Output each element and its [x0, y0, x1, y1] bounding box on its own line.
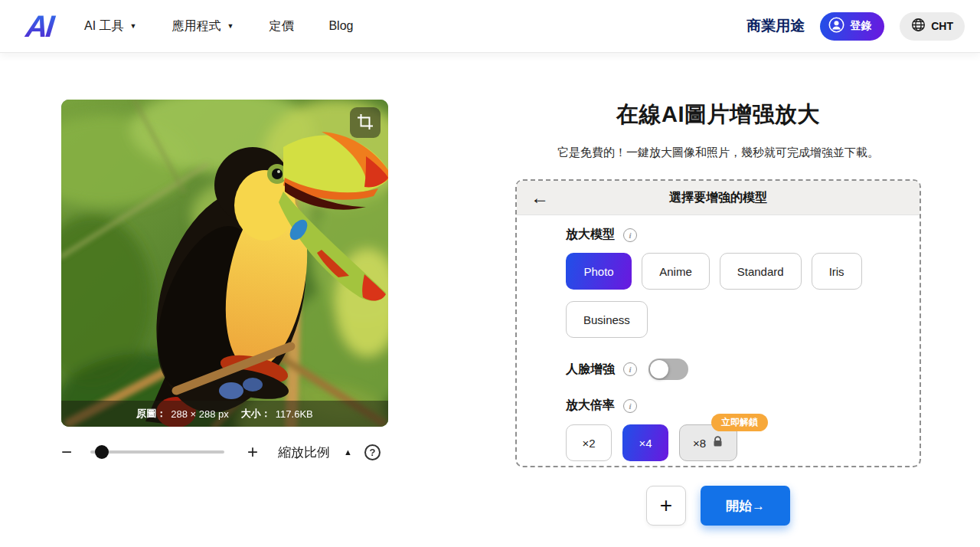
nav-label: Blog [328, 19, 353, 33]
scale-section-header: 放大倍率 i [566, 398, 904, 414]
help-icon[interactable]: ? [364, 444, 381, 460]
lock-icon [712, 436, 724, 450]
model-button-business[interactable]: Business [566, 301, 648, 338]
slider-knob[interactable] [95, 445, 109, 459]
model-buttons-row-1: Photo Anime Standard Iris [566, 253, 904, 290]
scale-button-4x[interactable]: ×4 [622, 424, 668, 461]
add-image-button[interactable]: + [646, 486, 686, 526]
model-button-standard[interactable]: Standard [720, 253, 802, 290]
main-nav: AI 工具 ▼ 應用程式 ▼ 定價 Blog [84, 18, 353, 34]
nav-item-apps[interactable]: 應用程式 ▼ [172, 18, 234, 34]
info-icon[interactable]: i [623, 362, 637, 376]
panel-header: 選擇要增強的模型 ← [517, 181, 920, 215]
crop-button[interactable] [350, 107, 381, 138]
unlock-now-badge[interactable]: 立即解鎖 [711, 414, 768, 431]
panel-body: 放大模型 i Photo Anime Standard Iris Busines… [517, 215, 920, 461]
language-button[interactable]: CHT [900, 12, 965, 41]
page: AI AI 工具 ▼ 應用程式 ▼ 定價 Blog 商業用途 [0, 0, 980, 547]
page-subtitle: 它是免費的！一鍵放大圖像和照片，幾秒就可完成增強並下載。 [515, 146, 921, 160]
back-button[interactable]: ← [531, 188, 549, 207]
chevron-down-icon: ▼ [130, 22, 137, 30]
scale-section-label: 放大倍率 [566, 398, 615, 414]
zoom-out-button[interactable]: − [61, 443, 72, 461]
toucan-image [61, 100, 388, 427]
zoom-slider[interactable] [90, 445, 224, 459]
scale-buttons-row: ×2 ×4 ×8 立即解鎖 [566, 424, 904, 461]
info-icon[interactable]: i [623, 228, 637, 242]
start-button[interactable]: 開始→ [701, 486, 790, 526]
zoom-in-button[interactable]: + [247, 443, 258, 461]
toggle-knob[interactable] [650, 360, 668, 378]
zoom-controls: − + 縮放比例 ▲ ? [61, 438, 388, 466]
scale-button-2x[interactable]: ×2 [566, 424, 612, 461]
face-enhance-toggle[interactable] [648, 359, 688, 380]
scale-8x-wrapper: ×8 立即解鎖 [679, 424, 737, 461]
model-button-photo[interactable]: Photo [566, 253, 632, 290]
image-preview: 原圖： 288 × 288 px 大小： 117.6KB [61, 100, 388, 427]
model-section-header: 放大模型 i [566, 227, 904, 243]
nav-label: 應用程式 [172, 18, 220, 34]
filesize-label: 大小： [241, 407, 271, 421]
right-column: 在線AI圖片增强放大 它是免費的！一鍵放大圖像和照片，幾秒就可完成增強並下載。 … [515, 100, 921, 526]
zoom-label: 縮放比例 [278, 444, 330, 461]
crop-icon [357, 113, 374, 133]
nav-label: 定價 [269, 18, 293, 34]
model-button-anime[interactable]: Anime [642, 253, 710, 290]
original-label: 原圖： [136, 407, 166, 421]
business-use-link[interactable]: 商業用途 [746, 16, 805, 36]
model-buttons-row-2: Business [566, 301, 904, 338]
language-label: CHT [931, 20, 953, 32]
face-enhance-row: 人臉增強 i [566, 359, 904, 380]
header-right: 商業用途 登錄 CHT [746, 12, 965, 41]
nav-item-pricing[interactable]: 定價 [269, 18, 293, 34]
login-label: 登錄 [850, 19, 871, 33]
header: AI AI 工具 ▼ 應用程式 ▼ 定價 Blog 商業用途 [0, 0, 980, 52]
user-icon [828, 17, 844, 35]
nav-item-blog[interactable]: Blog [328, 18, 353, 34]
login-button[interactable]: 登錄 [820, 12, 884, 41]
model-section-label: 放大模型 [566, 227, 615, 243]
image-info-bar: 原圖： 288 × 288 px 大小： 117.6KB [61, 401, 388, 427]
panel-title: 選擇要增強的模型 [517, 190, 920, 206]
site-logo[interactable]: AI [14, 9, 65, 44]
info-icon[interactable]: i [623, 399, 637, 413]
chevron-down-icon: ▼ [227, 22, 234, 30]
page-title: 在線AI圖片增强放大 [515, 100, 921, 130]
nav-label: AI 工具 [84, 18, 124, 34]
filesize-value: 117.6KB [276, 408, 313, 420]
scale-8x-label: ×8 [693, 437, 706, 450]
slider-track[interactable] [90, 450, 224, 454]
globe-icon [911, 18, 926, 34]
model-panel: 選擇要增強的模型 ← 放大模型 i Photo Anime Standard I… [515, 179, 921, 467]
face-enhance-label: 人臉增強 [566, 362, 615, 378]
nav-item-ai-tools[interactable]: AI 工具 ▼ [84, 18, 136, 34]
collapse-arrow-icon[interactable]: ▲ [344, 447, 352, 457]
model-button-iris[interactable]: Iris [812, 253, 862, 290]
action-buttons: + 開始→ [515, 486, 921, 526]
original-dimensions: 288 × 288 px [171, 408, 229, 420]
